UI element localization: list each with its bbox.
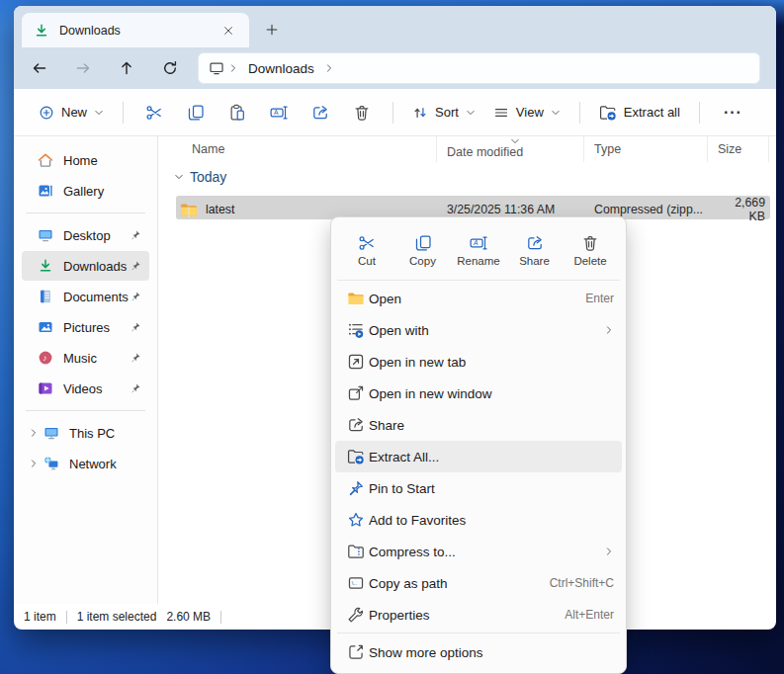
close-icon[interactable] [216,18,241,43]
command-toolbar: New A Sort View Extract all ··· [14,89,776,136]
chevron-down-icon[interactable] [174,172,184,182]
menu-item-label: Open with [369,323,604,338]
menu-item-show-more-options[interactable]: Show more options [335,635,622,669]
share-quick-button[interactable]: Share [508,226,561,274]
sidebar-item-pictures[interactable]: Pictures [22,312,149,342]
up-button[interactable] [105,51,148,85]
chevron-right-icon[interactable] [26,428,42,438]
sort-icon [412,105,428,121]
sidebar-item-network[interactable]: Network [22,449,149,478]
toolbar-separator [123,102,124,124]
menu-item-open-in-new-tab[interactable]: Open in new tab [335,346,622,378]
chevron-right-icon[interactable] [228,63,238,73]
copy-quick-button[interactable]: Copy [396,226,449,274]
menu-item-add-to-favorites[interactable]: Add to Favorites [335,504,622,536]
sidebar-item-label: Network [69,457,149,471]
column-headers: Name Date modified Type Size [158,136,776,162]
chevron-right-icon [604,547,614,556]
copy-path-icon: \.. [343,574,369,592]
sidebar-item-label: Documents [63,290,130,304]
group-label: Today [190,169,226,185]
pin-icon [130,352,141,364]
column-header-type[interactable]: Type [584,136,708,162]
chevron-right-icon[interactable] [26,459,42,468]
share-icon [343,416,369,434]
extract-icon [599,104,617,122]
sidebar-item-this-pc[interactable]: This PC [22,418,149,448]
sidebar-item-documents[interactable]: Documents [22,282,149,311]
see-more-button[interactable]: ··· [710,104,756,122]
new-tab-icon [343,353,369,371]
chevron-right-icon[interactable] [324,63,334,73]
cut-quick-button[interactable]: Cut [341,226,393,274]
file-date-modified: 3/25/2025 11:36 AM [437,203,584,216]
menu-item-share[interactable]: Share [335,409,622,441]
sidebar-item-videos[interactable]: Videos [22,374,149,403]
share-button[interactable] [300,95,341,130]
home-icon [38,152,53,168]
menu-item-copy-as-path[interactable]: \.. Copy as path Ctrl+Shift+C [335,567,622,599]
download-icon [38,258,53,274]
view-button[interactable]: View [484,95,569,130]
new-label: New [61,105,87,120]
new-button[interactable]: New [30,95,113,130]
open-with-icon [343,321,369,339]
sidebar-item-music[interactable]: ♪ Music [22,343,149,373]
menu-item-label: Share [369,418,614,433]
quick-action-label: Delete [573,255,606,267]
pin-icon [130,321,141,333]
chevron-down-icon [551,108,561,118]
menu-divider [337,632,620,633]
sidebar-item-downloads[interactable]: Downloads [22,251,149,281]
sort-indicator-icon [510,136,520,145]
new-tab-button[interactable] [255,13,289,46]
view-icon [493,105,509,121]
cut-icon [358,234,376,252]
pictures-icon [38,319,53,335]
paste-button[interactable] [217,95,258,130]
copy-button[interactable] [175,95,217,130]
gallery-icon [38,183,53,199]
menu-item-label: Open in new window [369,386,614,401]
tab-downloads[interactable]: Downloads [22,13,249,47]
menu-item-open[interactable]: Open Enter [335,283,622,314]
shortcut-label: Enter [585,292,614,305]
documents-icon [38,289,53,304]
shortcut-label: Ctrl+Shift+C [550,576,614,590]
extract-all-label: Extract all [624,105,680,120]
column-header-name[interactable]: Name [158,136,437,162]
back-button[interactable] [18,51,61,85]
sidebar-item-gallery[interactable]: Gallery [22,176,149,206]
menu-item-extract-all[interactable]: Extract All... [335,441,622,472]
rename-button[interactable]: A [258,95,300,130]
sidebar-item-desktop[interactable]: Desktop [22,220,149,250]
sort-button[interactable]: Sort [403,95,484,130]
status-divider [220,611,221,624]
menu-item-label: Add to Favorites [369,513,614,528]
delete-button[interactable] [341,95,383,130]
copy-icon [414,234,432,252]
column-header-size[interactable]: Size [708,136,769,162]
pin-icon [130,260,141,272]
extract-all-button[interactable]: Extract all [590,95,689,130]
menu-item-label: Open [369,292,585,306]
file-type: Compressed (zipp... [584,203,708,216]
group-header-today[interactable]: Today [158,162,776,192]
menu-item-open-with[interactable]: Open with [335,314,622,346]
delete-quick-button[interactable]: Delete [565,226,617,274]
refresh-button[interactable] [148,51,192,85]
new-icon [39,105,54,121]
cut-button[interactable] [133,95,175,130]
delete-icon [581,234,599,252]
column-header-date-modified[interactable]: Date modified [437,136,584,162]
rename-quick-button[interactable]: A Rename [453,226,505,274]
address-bar[interactable]: Downloads [198,52,760,84]
menu-item-pin-to-start[interactable]: Pin to Start [335,472,622,504]
menu-item-open-in-new-window[interactable]: Open in new window [335,378,622,409]
breadcrumb[interactable]: Downloads [248,61,314,76]
menu-item-compress-to[interactable]: Compress to... [335,536,622,567]
forward-button[interactable] [61,51,105,85]
menu-item-properties[interactable]: Properties Alt+Enter [335,599,622,631]
sidebar-item-label: Gallery [63,184,149,199]
sidebar-item-home[interactable]: Home [22,145,149,175]
